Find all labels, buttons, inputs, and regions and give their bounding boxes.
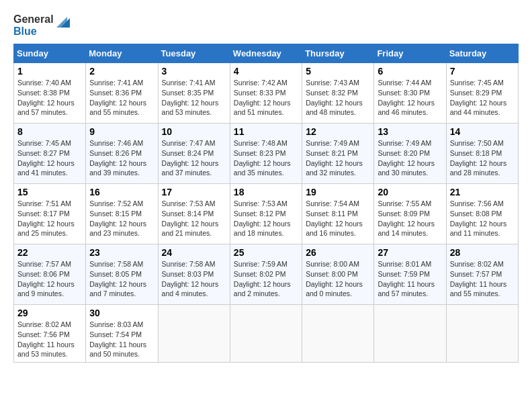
day-info: Sunrise: 7:57 AM Sunset: 8:06 PM Dayligh… — [17, 259, 82, 299]
day-info: Sunrise: 7:46 AM Sunset: 8:26 PM Dayligh… — [89, 138, 154, 178]
weekday-header-sunday: Sunday — [14, 44, 86, 63]
day-info: Sunrise: 7:40 AM Sunset: 8:38 PM Dayligh… — [17, 78, 82, 118]
day-info: Sunrise: 7:43 AM Sunset: 8:32 PM Dayligh… — [306, 78, 370, 118]
calendar-cell: 21Sunrise: 7:56 AM Sunset: 8:08 PM Dayli… — [446, 184, 518, 244]
day-number: 6 — [378, 66, 442, 77]
day-number: 13 — [378, 126, 442, 137]
calendar-cell: 29Sunrise: 8:02 AM Sunset: 7:56 PM Dayli… — [14, 305, 86, 363]
day-number: 23 — [89, 247, 154, 258]
calendar-cell: 16Sunrise: 7:52 AM Sunset: 8:15 PM Dayli… — [86, 184, 158, 244]
calendar-cell: 30Sunrise: 8:03 AM Sunset: 7:54 PM Dayli… — [86, 305, 158, 363]
calendar-cell: 3Sunrise: 7:41 AM Sunset: 8:35 PM Daylig… — [158, 63, 230, 124]
calendar-cell — [446, 305, 518, 363]
day-number: 10 — [162, 126, 226, 137]
day-info: Sunrise: 7:48 AM Sunset: 8:23 PM Dayligh… — [234, 138, 298, 178]
weekday-header-saturday: Saturday — [446, 44, 518, 63]
day-number: 5 — [306, 66, 370, 77]
day-info: Sunrise: 7:59 AM Sunset: 8:02 PM Dayligh… — [234, 259, 298, 299]
calendar-cell: 27Sunrise: 8:01 AM Sunset: 7:59 PM Dayli… — [374, 244, 446, 305]
calendar-cell — [374, 305, 446, 363]
calendar-cell: 18Sunrise: 7:53 AM Sunset: 8:12 PM Dayli… — [230, 184, 302, 244]
calendar-cell: 11Sunrise: 7:48 AM Sunset: 8:23 PM Dayli… — [230, 124, 302, 184]
day-info: Sunrise: 8:01 AM Sunset: 7:59 PM Dayligh… — [378, 259, 442, 299]
day-info: Sunrise: 7:42 AM Sunset: 8:33 PM Dayligh… — [234, 78, 298, 118]
day-number: 19 — [306, 187, 370, 197]
day-info: Sunrise: 7:41 AM Sunset: 8:36 PM Dayligh… — [89, 78, 154, 118]
calendar-cell: 4Sunrise: 7:42 AM Sunset: 8:33 PM Daylig… — [230, 63, 302, 124]
day-number: 16 — [89, 187, 154, 197]
day-number: 22 — [17, 247, 82, 258]
calendar-cell — [158, 305, 230, 363]
logo-icon — [55, 15, 70, 30]
calendar-cell — [230, 305, 302, 363]
logo-blue: Blue — [13, 26, 54, 38]
day-number: 14 — [450, 126, 515, 137]
day-info: Sunrise: 7:50 AM Sunset: 8:18 PM Dayligh… — [450, 138, 515, 178]
day-info: Sunrise: 7:53 AM Sunset: 8:12 PM Dayligh… — [234, 199, 298, 238]
day-info: Sunrise: 7:51 AM Sunset: 8:17 PM Dayligh… — [17, 199, 82, 238]
day-number: 17 — [162, 187, 226, 197]
weekday-header-monday: Monday — [86, 44, 158, 63]
day-info: Sunrise: 7:56 AM Sunset: 8:08 PM Dayligh… — [450, 199, 515, 238]
day-info: Sunrise: 7:53 AM Sunset: 8:14 PM Dayligh… — [162, 199, 226, 238]
calendar-cell: 13Sunrise: 7:49 AM Sunset: 8:20 PM Dayli… — [374, 124, 446, 184]
calendar-cell: 9Sunrise: 7:46 AM Sunset: 8:26 PM Daylig… — [86, 124, 158, 184]
day-number: 1 — [17, 66, 82, 77]
day-number: 4 — [234, 66, 298, 77]
weekday-header-friday: Friday — [374, 44, 446, 63]
calendar-cell — [302, 305, 374, 363]
day-number: 7 — [450, 66, 515, 77]
day-number: 26 — [306, 247, 370, 258]
logo-graphic: General Blue — [13, 13, 70, 37]
calendar-cell: 8Sunrise: 7:45 AM Sunset: 8:27 PM Daylig… — [14, 124, 86, 184]
calendar-cell: 28Sunrise: 8:02 AM Sunset: 7:57 PM Dayli… — [446, 244, 518, 305]
calendar-cell: 6Sunrise: 7:44 AM Sunset: 8:30 PM Daylig… — [374, 63, 446, 124]
day-info: Sunrise: 8:02 AM Sunset: 7:56 PM Dayligh… — [17, 320, 82, 359]
calendar-cell: 23Sunrise: 7:58 AM Sunset: 8:05 PM Dayli… — [86, 244, 158, 305]
logo-general: General — [13, 13, 54, 26]
day-number: 15 — [17, 187, 82, 197]
day-number: 28 — [450, 247, 515, 258]
day-info: Sunrise: 7:49 AM Sunset: 8:20 PM Dayligh… — [378, 138, 442, 178]
calendar-cell: 1Sunrise: 7:40 AM Sunset: 8:38 PM Daylig… — [14, 63, 86, 124]
page-header: General Blue — [13, 13, 519, 37]
calendar-cell: 15Sunrise: 7:51 AM Sunset: 8:17 PM Dayli… — [14, 184, 86, 244]
day-number: 18 — [234, 187, 298, 197]
day-number: 25 — [234, 247, 298, 258]
calendar-cell: 19Sunrise: 7:54 AM Sunset: 8:11 PM Dayli… — [302, 184, 374, 244]
day-number: 20 — [378, 187, 442, 197]
calendar-cell: 7Sunrise: 7:45 AM Sunset: 8:29 PM Daylig… — [446, 63, 518, 124]
day-info: Sunrise: 8:02 AM Sunset: 7:57 PM Dayligh… — [450, 259, 515, 299]
weekday-header-wednesday: Wednesday — [230, 44, 302, 63]
day-info: Sunrise: 7:45 AM Sunset: 8:29 PM Dayligh… — [450, 78, 515, 118]
day-info: Sunrise: 7:58 AM Sunset: 8:03 PM Dayligh… — [162, 259, 226, 299]
weekday-header-tuesday: Tuesday — [158, 44, 230, 63]
day-number: 2 — [89, 66, 154, 77]
logo: General Blue — [13, 13, 70, 37]
weekday-header-thursday: Thursday — [302, 44, 374, 63]
day-number: 12 — [306, 126, 370, 137]
calendar-cell: 14Sunrise: 7:50 AM Sunset: 8:18 PM Dayli… — [446, 124, 518, 184]
calendar-cell: 10Sunrise: 7:47 AM Sunset: 8:24 PM Dayli… — [158, 124, 230, 184]
day-info: Sunrise: 7:58 AM Sunset: 8:05 PM Dayligh… — [89, 259, 154, 299]
calendar-cell: 2Sunrise: 7:41 AM Sunset: 8:36 PM Daylig… — [86, 63, 158, 124]
day-info: Sunrise: 7:49 AM Sunset: 8:21 PM Dayligh… — [306, 138, 370, 178]
day-number: 11 — [234, 126, 298, 137]
calendar-cell: 25Sunrise: 7:59 AM Sunset: 8:02 PM Dayli… — [230, 244, 302, 305]
day-number: 27 — [378, 247, 442, 258]
day-number: 30 — [89, 308, 154, 318]
day-info: Sunrise: 7:54 AM Sunset: 8:11 PM Dayligh… — [306, 199, 370, 238]
calendar-cell: 26Sunrise: 8:00 AM Sunset: 8:00 PM Dayli… — [302, 244, 374, 305]
calendar-cell: 22Sunrise: 7:57 AM Sunset: 8:06 PM Dayli… — [14, 244, 86, 305]
day-number: 3 — [162, 66, 226, 77]
calendar-cell: 12Sunrise: 7:49 AM Sunset: 8:21 PM Dayli… — [302, 124, 374, 184]
calendar-cell: 5Sunrise: 7:43 AM Sunset: 8:32 PM Daylig… — [302, 63, 374, 124]
day-info: Sunrise: 7:55 AM Sunset: 8:09 PM Dayligh… — [378, 199, 442, 238]
day-info: Sunrise: 8:03 AM Sunset: 7:54 PM Dayligh… — [89, 320, 154, 359]
day-number: 29 — [17, 308, 82, 318]
day-number: 21 — [450, 187, 515, 197]
calendar-cell: 17Sunrise: 7:53 AM Sunset: 8:14 PM Dayli… — [158, 184, 230, 244]
day-info: Sunrise: 7:47 AM Sunset: 8:24 PM Dayligh… — [162, 138, 226, 178]
calendar-table: SundayMondayTuesdayWednesdayThursdayFrid… — [13, 44, 519, 363]
day-number: 9 — [89, 126, 154, 137]
